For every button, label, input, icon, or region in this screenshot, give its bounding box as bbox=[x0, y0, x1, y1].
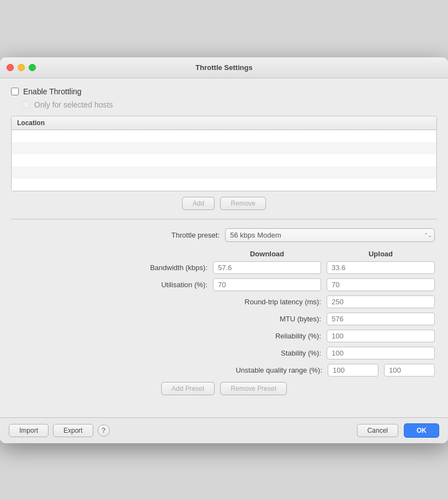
download-upload-headers: Download Upload bbox=[11, 250, 437, 258]
add-button[interactable]: Add bbox=[182, 197, 215, 210]
enable-throttling-label[interactable]: Enable Throttling bbox=[23, 87, 82, 96]
location-column-header: Location bbox=[12, 116, 436, 130]
stability-row: Stability (%): bbox=[11, 347, 437, 359]
titlebar: Throttle Settings bbox=[0, 57, 448, 78]
location-table: Location bbox=[11, 116, 437, 191]
help-button[interactable]: ? bbox=[98, 424, 110, 437]
add-preset-button[interactable]: Add Preset bbox=[161, 382, 215, 395]
upload-header: Upload bbox=[327, 250, 435, 258]
utilisation-row: Utilisation (%): bbox=[11, 278, 437, 291]
unstable-quality-range-input2[interactable] bbox=[384, 364, 435, 377]
bandwidth-label: Bandwidth (kbps): bbox=[150, 264, 207, 272]
only-selected-hosts-checkbox[interactable] bbox=[22, 101, 30, 109]
unstable-quality-range-row: Unstable quality range (%): bbox=[11, 364, 437, 377]
round-trip-latency-input[interactable] bbox=[327, 295, 435, 308]
mtu-row: MTU (bytes): bbox=[11, 313, 437, 325]
close-button[interactable] bbox=[7, 64, 14, 71]
bandwidth-row: Bandwidth (kbps): bbox=[11, 261, 437, 274]
maximize-button[interactable] bbox=[29, 64, 36, 71]
stability-input[interactable] bbox=[327, 347, 435, 359]
throttle-preset-select[interactable]: 56 kbps Modem Custom GPRS EDGE 3G DSL Ca… bbox=[225, 228, 435, 242]
unstable-quality-range-input1[interactable] bbox=[328, 364, 378, 377]
throttle-preset-row: Throttle preset: 56 kbps Modem Custom GP… bbox=[11, 228, 437, 242]
mtu-input[interactable] bbox=[327, 313, 435, 325]
bottom-right-buttons: Cancel OK bbox=[357, 423, 439, 438]
cancel-button[interactable]: Cancel bbox=[357, 424, 398, 437]
ok-button[interactable]: OK bbox=[404, 423, 439, 438]
round-trip-latency-row: Round-trip latency (ms): bbox=[11, 295, 437, 308]
import-button[interactable]: Import bbox=[9, 424, 49, 437]
unstable-quality-range-label: Unstable quality range (%): bbox=[236, 366, 322, 374]
minimize-button[interactable] bbox=[18, 64, 25, 71]
bandwidth-upload-input[interactable] bbox=[327, 261, 435, 274]
reliability-label: Reliability (%): bbox=[275, 332, 321, 340]
round-trip-latency-label: Round-trip latency (ms): bbox=[244, 298, 321, 306]
divider bbox=[11, 219, 437, 219]
throttle-settings-window: Throttle Settings Enable Throttling Only… bbox=[0, 57, 448, 443]
traffic-lights bbox=[7, 64, 36, 71]
utilisation-download-input[interactable] bbox=[213, 278, 321, 291]
reliability-input[interactable] bbox=[327, 330, 435, 342]
stability-label: Stability (%): bbox=[281, 349, 321, 357]
only-selected-hosts-label: Only for selected hosts bbox=[34, 100, 113, 109]
content-area: Enable Throttling Only for selected host… bbox=[0, 78, 448, 417]
bandwidth-download-input[interactable] bbox=[213, 261, 321, 274]
remove-button[interactable]: Remove bbox=[220, 197, 266, 210]
reliability-row: Reliability (%): bbox=[11, 330, 437, 342]
window-title: Throttle Settings bbox=[195, 63, 252, 72]
table-action-buttons: Add Remove bbox=[11, 197, 437, 210]
preset-action-buttons: Add Preset Remove Preset bbox=[11, 382, 437, 395]
bottom-bar: Import Export ? Cancel OK bbox=[0, 417, 448, 443]
location-table-body bbox=[12, 130, 436, 191]
export-button[interactable]: Export bbox=[53, 424, 93, 437]
enable-throttling-row: Enable Throttling bbox=[11, 87, 437, 96]
download-header: Download bbox=[213, 250, 321, 258]
mtu-label: MTU (bytes): bbox=[280, 315, 321, 323]
only-selected-hosts-row: Only for selected hosts bbox=[22, 100, 437, 109]
utilisation-label: Utilisation (%): bbox=[161, 281, 207, 289]
utilisation-upload-input[interactable] bbox=[327, 278, 435, 291]
throttle-preset-label: Throttle preset: bbox=[172, 231, 220, 239]
remove-preset-button[interactable]: Remove Preset bbox=[220, 382, 287, 395]
throttle-preset-wrapper: 56 kbps Modem Custom GPRS EDGE 3G DSL Ca… bbox=[225, 228, 435, 242]
unstable-quality-inputs bbox=[328, 364, 435, 377]
enable-throttling-checkbox[interactable] bbox=[11, 88, 19, 95]
